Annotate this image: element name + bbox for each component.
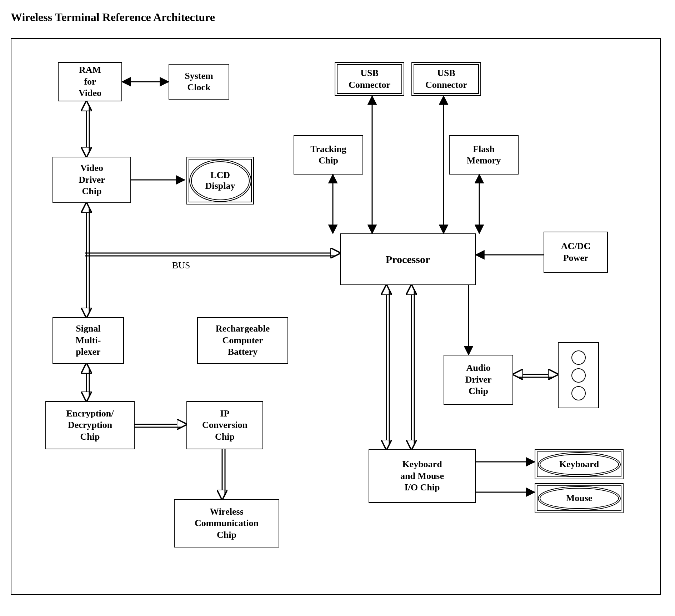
block-audio-jacks	[558, 342, 599, 408]
block-video-driver-chip: VideoDriverChip	[52, 157, 131, 203]
block-ram: RAMforVideo	[58, 62, 122, 101]
block-processor: Processor	[340, 233, 476, 285]
block-usb-connector-2: USBConnector	[411, 62, 481, 96]
lcd-display-ellipse: LCDDisplay	[189, 160, 251, 202]
block-flash-memory: FlashMemory	[449, 135, 519, 175]
block-lcd-display-container: LCDDisplay	[186, 157, 254, 205]
keyboard-ellipse: Keyboard	[538, 452, 621, 477]
diagram-frame: RAMforVideo SystemClock USBConnector USB…	[11, 38, 661, 595]
block-battery: RechargeableComputerBattery	[197, 317, 288, 364]
bus-label: BUS	[172, 260, 190, 271]
block-encryption-chip: Encryption/DecryptionChip	[45, 401, 135, 449]
audio-jack-circle-1	[571, 350, 586, 365]
block-keyboard-container: Keyboard	[535, 449, 624, 479]
block-system-clock: SystemClock	[169, 64, 229, 100]
block-audio-driver-chip: AudioDriverChip	[444, 355, 513, 405]
block-mouse-container: Mouse	[535, 483, 624, 513]
block-signal-multiplexer: SignalMulti-plexer	[52, 317, 124, 364]
mouse-ellipse: Mouse	[538, 486, 621, 511]
block-usb-connector-1: USBConnector	[335, 62, 404, 96]
diagram-title: Wireless Terminal Reference Architecture	[11, 11, 664, 24]
block-tracking-chip: TrackingChip	[294, 135, 363, 175]
block-ip-conversion-chip: IPConversionChip	[186, 401, 263, 449]
block-acdc-power: AC/DCPower	[544, 232, 608, 273]
block-keyboard-mouse-io-chip: Keyboardand MouseI/O Chip	[369, 449, 476, 503]
audio-jack-circle-3	[571, 386, 586, 400]
audio-jack-circle-2	[571, 368, 586, 383]
block-wireless-chip: WirelessCommunicationChip	[174, 499, 279, 547]
